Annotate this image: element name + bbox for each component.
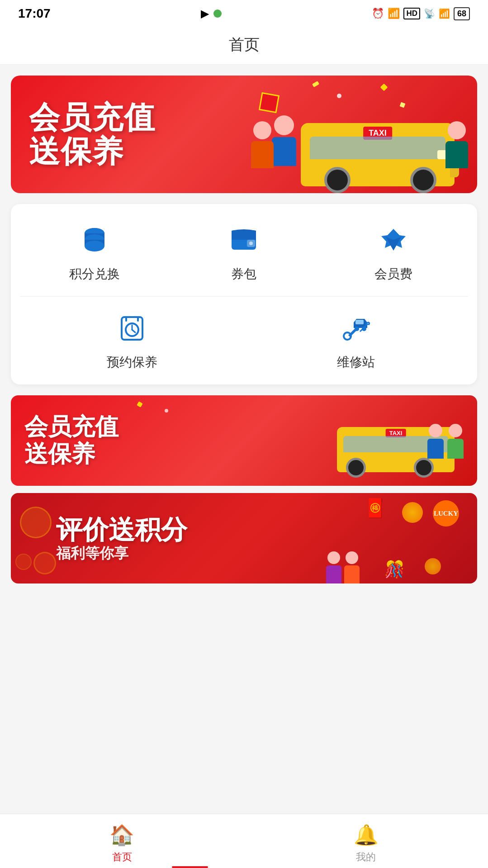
wifi-icon: 📶 <box>388 8 400 19</box>
svg-rect-7 <box>232 235 256 240</box>
maintenance-icon <box>114 310 150 346</box>
lantern-2: 🎊 <box>384 560 405 579</box>
deco-circle-2 <box>33 552 56 574</box>
promo-wheel-r <box>414 458 434 478</box>
points-icon <box>76 222 113 258</box>
service-maintenance[interactable]: 预约保养 <box>100 310 164 371</box>
svg-rect-19 <box>355 320 364 324</box>
service-repair[interactable]: 维修站 <box>324 310 388 371</box>
repair-icon <box>338 310 374 346</box>
main-banner[interactable]: 会员充值 送保养 TAXI <box>11 76 477 193</box>
lucky-badge: LUCKY <box>433 500 459 526</box>
deco-circle-3 <box>15 554 32 570</box>
promo-banner-1[interactable]: 会员充值 送保养 TAXI <box>11 395 477 486</box>
battery-container: 68 <box>454 7 470 20</box>
promo-2-text: 评价送积分 福利等你享 <box>56 515 187 561</box>
maintenance-label: 预约保养 <box>107 354 157 371</box>
nav-mine[interactable]: 🔔 我的 <box>244 819 488 864</box>
services-row-2: 预约保养 维修站 <box>20 306 468 375</box>
signal-bars: 📶 <box>439 8 450 19</box>
promo-people <box>427 424 464 459</box>
membership-label: 会员费 <box>374 266 412 283</box>
main-banner-section: 会员充值 送保养 TAXI <box>0 65 488 204</box>
notch-icons: ▶ <box>201 7 222 20</box>
status-time: 17:07 <box>18 6 51 21</box>
status-icons: ⏰ 📶 HD 📡 📶 68 <box>372 7 470 20</box>
lantern-1: 🧧 <box>364 498 387 519</box>
bottom-nav: 🏠 首页 🔔 我的 <box>0 814 488 868</box>
svg-line-15 <box>132 330 135 332</box>
battery-level: 68 <box>457 9 466 19</box>
activity-icon <box>213 9 222 18</box>
service-points[interactable]: 积分兑换 <box>63 222 126 283</box>
services-card: 积分兑换 券包 <box>11 204 477 384</box>
wallet-icon <box>226 222 262 258</box>
page-title: 首页 <box>229 36 260 53</box>
svg-point-9 <box>249 242 253 245</box>
home-icon: 🏠 <box>109 823 134 847</box>
svg-point-20 <box>355 327 359 331</box>
deco-circle-1 <box>20 507 52 538</box>
alarm-icon: ⏰ <box>372 8 384 19</box>
mine-label: 我的 <box>356 850 376 864</box>
hd-badge: HD <box>403 8 420 19</box>
nav-active-indicator <box>172 866 208 868</box>
promo-1-text: 会员充值 送保养 <box>24 413 118 468</box>
nav-home[interactable]: 🏠 首页 <box>0 819 244 864</box>
home-label: 首页 <box>112 850 132 864</box>
points-label: 积分兑换 <box>69 266 120 283</box>
banner-text: 会员充值 送保养 <box>11 87 477 182</box>
promo-banner-2[interactable]: 评价送积分 福利等你享 LUCKY 🧧 🎊 <box>11 493 477 583</box>
svg-point-5 <box>85 241 104 251</box>
promo-wheel-l <box>346 458 366 478</box>
media-icon: ▶ <box>201 7 209 20</box>
promo-1-car: TAXI <box>337 409 464 481</box>
coin-1 <box>402 502 423 523</box>
service-membership[interactable]: 会员费 <box>362 222 425 283</box>
promo-confetti-2 <box>165 409 168 413</box>
promo-section: 会员充值 送保养 TAXI <box>0 395 488 593</box>
status-bar: 17:07 ▶ ⏰ 📶 HD 📡 📶 68 <box>0 0 488 27</box>
wallet-label: 券包 <box>231 266 256 283</box>
promo-confetti-1 <box>137 401 143 408</box>
signal-icon: 📡 <box>424 8 435 19</box>
service-wallet[interactable]: 券包 <box>212 222 275 283</box>
page-header: 首页 <box>0 27 488 65</box>
membership-icon <box>375 222 412 258</box>
mine-icon: 🔔 <box>354 823 379 847</box>
promo-2-people <box>326 551 360 583</box>
banner-main-title: 会员充值 送保养 <box>29 100 459 168</box>
page-bottom <box>0 593 488 656</box>
repair-label: 维修站 <box>337 354 375 371</box>
coin-2 <box>425 558 441 574</box>
services-row-1: 积分兑换 券包 <box>20 222 468 297</box>
